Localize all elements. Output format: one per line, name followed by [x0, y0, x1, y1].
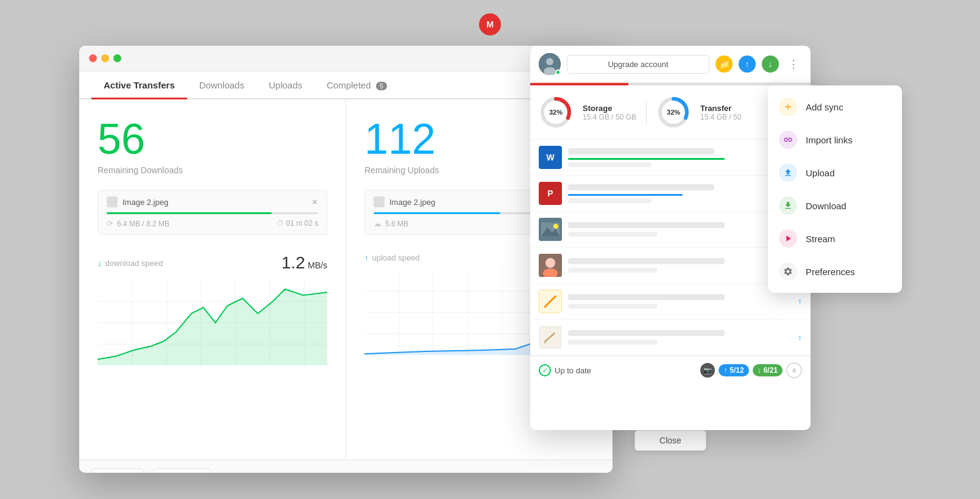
- pause-button[interactable]: ⏸ Pause: [91, 468, 144, 473]
- download-speed-chart: [98, 280, 327, 365]
- upload-icon: [779, 163, 797, 182]
- storage-donut: 32%: [539, 95, 573, 129]
- camera-icon: 📷: [700, 363, 715, 378]
- file-size-placeholder: [568, 198, 652, 203]
- upload-action-icon: ↑: [798, 296, 802, 306]
- download-progress-track: [107, 212, 318, 214]
- transfer-info: Transfer 15.4 GB / 50: [700, 104, 741, 121]
- avatar: [539, 53, 561, 75]
- file-action: ↑: [798, 296, 802, 306]
- downloads-count-badge: ↓ 6/21: [753, 364, 783, 376]
- file-info: [568, 184, 776, 203]
- upload-speed-label: ↑ upload speed: [364, 253, 420, 262]
- file-icon: [107, 196, 118, 207]
- file-thumbnail-ppt: P: [539, 182, 562, 205]
- upload-action-icon: ↑: [798, 332, 802, 342]
- maximize-button[interactable]: [113, 54, 121, 62]
- upload-file-icon: [374, 196, 385, 207]
- completed-badge: 5: [376, 82, 387, 90]
- file-progress-green: [568, 158, 725, 160]
- menu-item-stream[interactable]: Stream: [768, 222, 902, 255]
- download-progress-fill: [107, 212, 272, 214]
- file-info: [568, 258, 792, 273]
- file-name-placeholder: [568, 184, 714, 190]
- menu-item-upload[interactable]: Upload: [768, 156, 902, 189]
- menu-item-import-links[interactable]: Import links: [768, 123, 902, 156]
- sync-icon-button[interactable]: 📁: [715, 56, 733, 73]
- download-speed-value: 1.2 MB/s: [282, 253, 327, 273]
- file-thumbnail-word: W: [539, 146, 562, 169]
- download-meta: ⟳ 6.4 MB / 8.2 MB ⏱ 01 m 02 s: [107, 219, 318, 228]
- list-item[interactable]: ↑: [530, 320, 811, 356]
- traffic-lights: [89, 54, 121, 62]
- footer-pause-button[interactable]: ⏸: [786, 362, 802, 378]
- file-size-placeholder: [568, 232, 658, 237]
- tab-downloads[interactable]: Downloads: [187, 71, 257, 99]
- file-info: [568, 330, 792, 345]
- download-time: ⏱ 01 m 02 s: [277, 219, 318, 228]
- file-action: ↑: [798, 332, 802, 342]
- import-links-icon: [779, 131, 797, 149]
- storage-divider: [646, 100, 647, 124]
- tab-uploads[interactable]: Uploads: [257, 71, 314, 99]
- svg-point-28: [545, 258, 555, 268]
- file-size-placeholder: [568, 340, 658, 345]
- svg-point-17: [546, 58, 553, 65]
- mega-footer: ✓ Up to date 📷 ↑ 5/12 ↓ 6/21 ⏸: [530, 356, 811, 384]
- file-thumbnail-img2: [539, 254, 562, 277]
- clear-all-button[interactable]: ✕ Clear all: [154, 468, 211, 473]
- file-info: [568, 148, 776, 167]
- menu-item-download[interactable]: Download: [768, 189, 902, 222]
- file-name-placeholder: [568, 148, 714, 154]
- upload-arrow: ↑: [723, 366, 727, 375]
- bottom-toolbar: ⏸ Pause ✕ Clear all: [79, 459, 612, 473]
- file-info: [568, 294, 792, 309]
- check-circle-icon: ✓: [539, 364, 551, 376]
- menu-item-preferences[interactable]: Preferences: [768, 255, 902, 288]
- download-icon-button[interactable]: ↓: [762, 56, 779, 73]
- close-button-area: Close: [530, 430, 811, 451]
- uploads-count-badge: ↑ 5/12: [719, 364, 748, 376]
- upload-icon-button[interactable]: ↑: [739, 56, 756, 73]
- mega-logo: M: [479, 13, 501, 35]
- download-icon: [779, 196, 797, 215]
- file-thumbnail-pdf: [539, 290, 562, 313]
- file-name-placeholder: [568, 294, 725, 300]
- file-progress-blue: [568, 194, 683, 196]
- remaining-downloads-count: 56: [98, 118, 327, 160]
- transfer-counts: 📷 ↑ 5/12 ↓ 6/21 ⏸: [700, 362, 802, 378]
- transfer-donut: 32%: [656, 95, 691, 129]
- file-size-placeholder: [568, 162, 652, 167]
- transfer-percent: 32%: [667, 109, 680, 116]
- tab-completed[interactable]: Completed 5: [314, 71, 399, 99]
- storage-info: Storage 15.4 GB / 50 GB: [583, 104, 636, 121]
- download-size: 6.4 MB / 8.2 MB: [117, 220, 169, 228]
- upload-progress-fill: [374, 212, 500, 214]
- file-size-placeholder: [568, 268, 658, 273]
- add-sync-icon: [779, 98, 797, 116]
- more-options-button[interactable]: ⋮: [785, 56, 802, 73]
- menu-item-add-sync[interactable]: Add sync: [768, 90, 902, 123]
- remaining-downloads-label: Remaining Downloads: [98, 165, 327, 175]
- up-to-date-status: ✓ Up to date: [539, 364, 695, 376]
- upgrade-account-button[interactable]: Upgrade account: [567, 55, 709, 74]
- file-name-placeholder: [568, 258, 725, 264]
- close-panel-button[interactable]: Close: [634, 430, 706, 451]
- file-thumbnail-misc: [539, 326, 562, 349]
- mega-header: Upgrade account 📁 ↑ ↓ ⋮: [530, 46, 811, 83]
- file-name-placeholder: [568, 330, 725, 336]
- download-file-name: Image 2.jpeg: [107, 196, 168, 207]
- preferences-icon: [779, 262, 797, 281]
- file-size-placeholder: [568, 304, 658, 309]
- downloads-panel: 56 Remaining Downloads Image 2.jpeg ✕: [79, 99, 346, 459]
- close-button[interactable]: [89, 54, 97, 62]
- download-transfer-item: Image 2.jpeg ✕ ⟳ 6.4 MB / 8.2 MB ⏱: [98, 190, 327, 235]
- tab-active-transfers[interactable]: Active Transfers: [91, 71, 187, 99]
- file-info: [568, 222, 792, 237]
- download-arrow: ↓: [758, 366, 761, 375]
- file-thumbnail-img1: [539, 218, 562, 241]
- download-speed-section: ↓ download speed 1.2 MB/s: [98, 253, 327, 447]
- storage-percent: 32%: [549, 109, 563, 116]
- minimize-button[interactable]: [101, 54, 109, 62]
- close-transfer-button[interactable]: ✕: [311, 198, 318, 207]
